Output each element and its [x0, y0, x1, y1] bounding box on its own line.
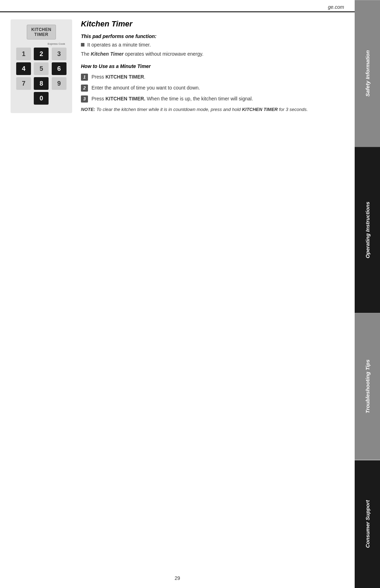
sidebar: Safety Information Operating Instruction… — [355, 0, 380, 588]
page-title: Kitchen Timer — [81, 19, 344, 29]
key-7: 7 — [16, 77, 31, 90]
content-area: Kitchen Timer Express Cook 1 2 3 4 5 6 7… — [0, 12, 355, 120]
key-1: 1 — [16, 48, 31, 60]
body-text-prefix: The — [81, 51, 91, 57]
bullet-text: It operates as a minute timer. — [87, 42, 151, 48]
sidebar-label-operating: Operating Instructions — [365, 202, 370, 258]
key-9: 9 — [52, 77, 66, 90]
note-bold: KITCHEN TIMER — [242, 107, 278, 112]
keypad-label: Kitchen Timer — [27, 25, 56, 39]
step-1-prefix: Press — [91, 74, 106, 80]
step-number-2: 2 — [81, 85, 88, 92]
note-text: NOTE: To clear the kitchen timer while i… — [81, 106, 344, 113]
main-content: ge.com Kitchen Timer Express Cook 1 2 3 … — [0, 0, 355, 588]
body-text: The Kitchen Timer operates without micro… — [81, 50, 344, 58]
step-3-text: Press KITCHEN TIMER. When the time is up… — [91, 95, 253, 103]
step-3-suffix: When the time is up, the kitchen timer w… — [145, 96, 253, 101]
website-url: ge.com — [328, 4, 344, 10]
body-text-suffix: operates without microwave energy. — [124, 51, 203, 57]
step-1-suffix: . — [144, 74, 145, 80]
key-3: 3 — [52, 48, 66, 60]
step-1-text: Press KITCHEN TIMER. — [91, 73, 145, 81]
section-title: How to Use as a Minute Timer — [81, 63, 344, 69]
key-0: 0 — [34, 92, 49, 105]
keypad-label-line1: Kitchen — [31, 27, 51, 32]
sidebar-label-troubleshooting: Troubleshooting Tips — [365, 360, 370, 414]
keypad-panel: Kitchen Timer Express Cook 1 2 3 4 5 6 7… — [11, 19, 72, 113]
top-bar: ge.com — [0, 0, 355, 12]
express-cook-label: Express Cook — [14, 42, 69, 45]
step-2: 2 Enter the amount of time you want to c… — [81, 84, 344, 92]
bullet-icon — [81, 43, 84, 47]
step-3: 3 Press KITCHEN TIMER. When the time is … — [81, 95, 344, 103]
sidebar-tab-consumer[interactable]: Consumer Support — [355, 460, 380, 588]
note-suffix: for 3 seconds. — [278, 107, 308, 112]
sidebar-tab-safety[interactable]: Safety Information — [355, 0, 380, 147]
key-4: 4 — [16, 62, 31, 75]
key-2: 2 — [34, 48, 49, 60]
step-number-1: 1 — [81, 74, 88, 81]
step-1: 1 Press KITCHEN TIMER. — [81, 73, 344, 81]
sidebar-label-safety: Safety Information — [365, 50, 370, 97]
subtitle-function: This pad performs one function: — [81, 33, 344, 39]
sidebar-tab-operating[interactable]: Operating Instructions — [355, 147, 380, 313]
step-2-text: Enter the amount of time you want to cou… — [91, 84, 200, 92]
step-3-bold: KITCHEN TIMER. — [106, 96, 146, 101]
step-1-bold: KITCHEN TIMER — [106, 74, 144, 80]
key-8: 8 — [34, 77, 49, 90]
step-3-prefix: Press — [91, 96, 106, 101]
sidebar-tab-troubleshooting[interactable]: Troubleshooting Tips — [355, 313, 380, 460]
key-5: 5 — [34, 62, 49, 75]
key-6: 6 — [52, 62, 66, 75]
bullet-item: It operates as a minute timer. — [81, 42, 344, 48]
sidebar-label-consumer: Consumer Support — [365, 500, 370, 548]
body-text-bold: Kitchen Timer — [91, 51, 124, 57]
text-panel: Kitchen Timer This pad performs one func… — [81, 19, 344, 113]
page-number: 29 — [175, 575, 180, 581]
keypad-grid: 1 2 3 4 5 6 7 8 9 0 — [14, 48, 69, 105]
keypad-label-line2: Timer — [31, 32, 51, 37]
step-number-3: 3 — [81, 95, 88, 103]
note-prefix: NOTE: — [81, 107, 96, 112]
note-italic: To clear the kitchen timer while it is i… — [96, 107, 242, 112]
